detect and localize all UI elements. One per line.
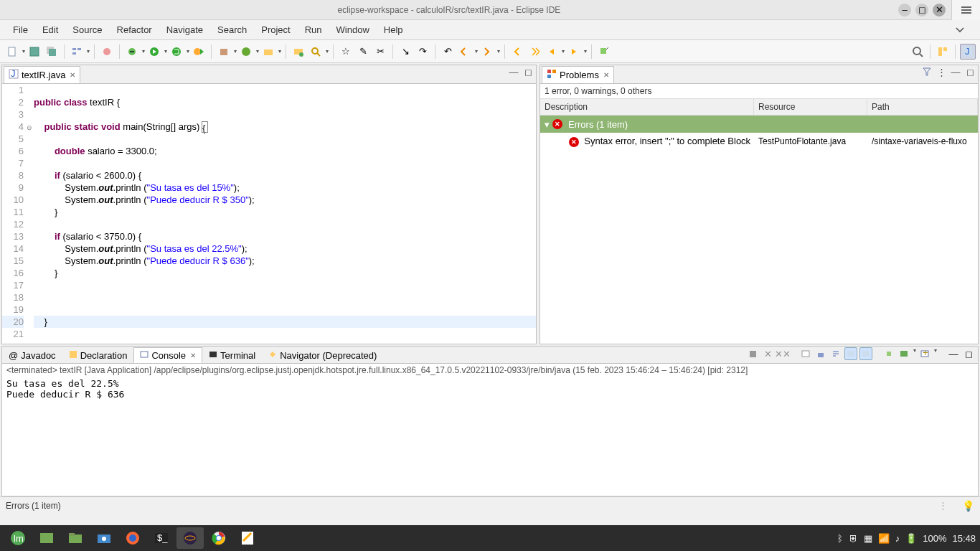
- scroll-lock-icon[interactable]: [814, 347, 827, 360]
- col-path[interactable]: Path: [867, 99, 978, 115]
- svg-rect-23: [600, 48, 606, 54]
- forward-link-icon[interactable]: [527, 44, 542, 60]
- col-resource[interactable]: Resource: [754, 99, 867, 115]
- next-annotation-icon[interactable]: [479, 44, 495, 60]
- back-icon[interactable]: [509, 44, 525, 60]
- save-all-icon[interactable]: [44, 44, 60, 60]
- view-menu-icon[interactable]: ⋮: [936, 67, 946, 77]
- problem-item[interactable]: ✕ Syntax error, insert ";" to complete B…: [540, 133, 978, 150]
- dropdown-icon[interactable]: ▾: [584, 48, 587, 55]
- dropdown-icon[interactable]: ▾: [913, 347, 916, 360]
- dropdown-icon[interactable]: ▾: [22, 48, 25, 55]
- menu-icon[interactable]: ⋮: [938, 500, 948, 511]
- display-selected-icon[interactable]: [897, 347, 910, 360]
- menu-navigate[interactable]: Navigate: [159, 22, 210, 38]
- pin-console-icon[interactable]: [882, 347, 895, 360]
- back-history-icon[interactable]: [544, 44, 560, 60]
- dropdown-icon[interactable]: ▾: [934, 347, 937, 360]
- maximize-pane-icon[interactable]: ◻: [962, 347, 975, 360]
- close-window-button[interactable]: ✕: [933, 4, 946, 17]
- dropdown-icon[interactable]: ▾: [475, 48, 478, 55]
- dropdown-icon[interactable]: ▾: [142, 48, 145, 55]
- menu-help[interactable]: Help: [377, 22, 410, 38]
- maximize-pane-icon[interactable]: ◻: [523, 67, 533, 77]
- minimize-pane-icon[interactable]: —: [951, 67, 961, 77]
- coverage-icon[interactable]: [169, 44, 184, 60]
- new-class-icon[interactable]: [238, 44, 254, 60]
- menu-edit[interactable]: Edit: [35, 22, 65, 38]
- console-output[interactable]: Su tasa es del 22.5% Puede deducir R $ 6…: [2, 377, 978, 496]
- filter-icon[interactable]: [922, 67, 932, 77]
- remove-all-icon[interactable]: ✕✕: [776, 347, 789, 360]
- dropdown-icon[interactable]: ▾: [164, 48, 167, 55]
- show-console-on-out-icon[interactable]: [844, 347, 857, 360]
- menu-window[interactable]: Window: [329, 22, 377, 38]
- dropdown-icon[interactable]: ▾: [87, 48, 90, 55]
- run-last-icon[interactable]: [191, 44, 207, 60]
- minimize-pane-icon[interactable]: —: [947, 347, 960, 360]
- tab-declaration[interactable]: Declaration: [62, 347, 134, 363]
- open-perspective-icon[interactable]: [935, 44, 951, 60]
- dropdown-icon[interactable]: ▾: [497, 48, 500, 55]
- maximize-pane-icon[interactable]: ◻: [965, 67, 975, 77]
- toggle-mark-icon[interactable]: ☆: [338, 44, 354, 60]
- dropdown-icon[interactable]: ▾: [278, 48, 281, 55]
- tip-icon[interactable]: 💡: [962, 500, 974, 512]
- close-tab-icon[interactable]: ✕: [603, 71, 609, 79]
- terminate-icon[interactable]: [746, 347, 759, 360]
- menu-search[interactable]: Search: [210, 22, 254, 38]
- editor-tab[interactable]: J textIR.java ✕: [4, 66, 80, 83]
- col-description[interactable]: Description: [540, 99, 754, 115]
- open-type-icon[interactable]: [291, 44, 306, 60]
- last-edit-icon[interactable]: ↶: [440, 44, 456, 60]
- menu-run[interactable]: Run: [298, 22, 329, 38]
- dropdown-icon[interactable]: ▾: [326, 48, 329, 55]
- maximize-button[interactable]: ◻: [915, 4, 928, 17]
- step-over-icon[interactable]: ↷: [415, 44, 430, 60]
- menu-source[interactable]: Source: [65, 22, 109, 38]
- debug-icon[interactable]: [124, 44, 140, 60]
- menu-file[interactable]: File: [6, 22, 35, 38]
- minimize-button[interactable]: –: [898, 4, 911, 17]
- menu-chevron[interactable]: [946, 27, 974, 33]
- close-tab-icon[interactable]: ✕: [70, 71, 75, 79]
- java-perspective-icon[interactable]: J: [960, 44, 976, 60]
- dropdown-icon[interactable]: ▾: [187, 48, 189, 55]
- toggle-breadcrumb-icon[interactable]: [69, 44, 85, 60]
- menu-project[interactable]: Project: [254, 22, 297, 38]
- new-folder-icon[interactable]: [260, 44, 276, 60]
- pin-icon[interactable]: [596, 44, 612, 60]
- problems-tab[interactable]: Problems ✕: [542, 66, 614, 83]
- close-tab-icon[interactable]: ✕: [190, 352, 196, 359]
- dropdown-icon[interactable]: ▾: [562, 48, 565, 55]
- minimize-pane-icon[interactable]: —: [509, 67, 519, 77]
- search-icon[interactable]: [308, 44, 324, 60]
- clear-console-icon[interactable]: [799, 347, 812, 360]
- tab-console[interactable]: Console✕: [133, 347, 202, 363]
- new-icon[interactable]: [4, 44, 20, 60]
- code-editor[interactable]: 123456789101112131415161718192021 ⊖ publ…: [2, 84, 536, 344]
- dropdown-icon[interactable]: ▾: [256, 48, 259, 55]
- dropdown-icon[interactable]: ▾: [234, 48, 237, 55]
- tab-javadoc[interactable]: @Javadoc: [2, 347, 62, 363]
- quick-access-icon[interactable]: [910, 44, 925, 60]
- wand-icon[interactable]: ✎: [355, 44, 371, 60]
- tab-navigator[interactable]: Navigator (Deprecated): [262, 347, 383, 363]
- forward-history-icon[interactable]: [566, 44, 582, 60]
- new-package-icon[interactable]: [216, 44, 232, 60]
- open-console-icon[interactable]: +: [918, 347, 931, 360]
- step-into-icon[interactable]: ↘: [397, 44, 413, 60]
- run-icon[interactable]: [146, 44, 162, 60]
- att-icon[interactable]: ✂: [372, 44, 388, 60]
- remove-launch-icon[interactable]: ✕: [761, 347, 774, 360]
- save-icon[interactable]: [27, 44, 42, 60]
- skip-breakpoints-icon[interactable]: [99, 44, 115, 60]
- tab-terminal[interactable]: Terminal: [202, 347, 262, 363]
- perspective-toggle[interactable]: [951, 0, 980, 20]
- menu-refactor[interactable]: Refactor: [110, 22, 159, 38]
- word-wrap-icon[interactable]: [829, 347, 842, 360]
- show-console-on-err-icon[interactable]: [859, 347, 872, 360]
- problems-group-errors[interactable]: ▾ ✕ Errors (1 item): [540, 116, 978, 133]
- prev-annotation-icon[interactable]: [457, 44, 473, 60]
- problems-table-header[interactable]: Description Resource Path: [540, 98, 978, 116]
